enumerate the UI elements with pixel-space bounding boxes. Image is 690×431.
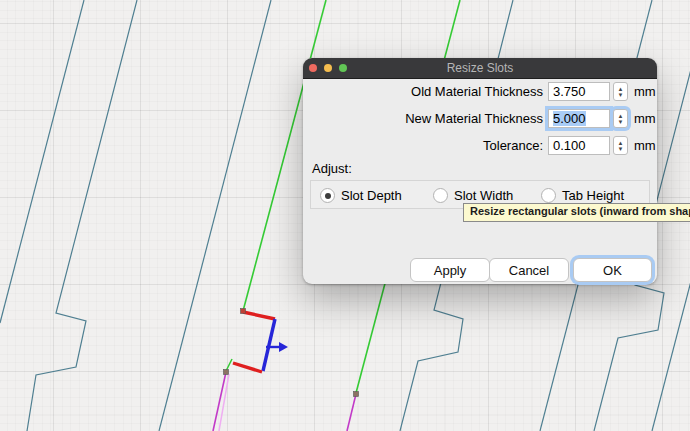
node-handle-1[interactable]	[224, 370, 229, 375]
adjust-label: Adjust:	[312, 161, 352, 176]
tolerance-label: Tolerance:	[303, 138, 543, 153]
panel-edge-3[interactable]	[159, 0, 271, 431]
resize-slots-dialog: Resize Slots Old Material Thickness 3.75…	[303, 58, 657, 284]
cancel-button[interactable]: Cancel	[489, 258, 569, 282]
stepper-down-icon[interactable]: ▼	[618, 92, 624, 98]
node-handle-2[interactable]	[354, 392, 359, 397]
radio-tab-height-label: Tab Height	[562, 188, 624, 203]
dialog-title: Resize Slots	[303, 58, 657, 78]
ok-button[interactable]: OK	[573, 258, 652, 282]
node-handle-red[interactable]	[241, 309, 246, 314]
old-thickness-label: Old Material Thickness	[303, 84, 543, 99]
old-thickness-unit: mm	[634, 84, 656, 99]
radio-tab-height[interactable]: Tab Height	[541, 188, 624, 203]
panel-edge-2[interactable]	[27, 0, 137, 431]
magenta-path-2[interactable]	[347, 394, 356, 431]
zoom-button[interactable]	[339, 64, 347, 72]
radio-slot-depth[interactable]: Slot Depth	[320, 188, 402, 203]
old-thickness-stepper[interactable]: ▲ ▼	[613, 82, 628, 101]
new-thickness-unit: mm	[634, 111, 656, 126]
new-thickness-label: New Material Thickness	[303, 111, 543, 126]
tolerance-input[interactable]: 0.100	[548, 136, 610, 155]
slot-edge-side[interactable]	[263, 319, 275, 371]
radio-slot-depth-label: Slot Depth	[341, 188, 402, 203]
new-thickness-stepper[interactable]: ▲ ▼	[613, 109, 628, 128]
minimize-button[interactable]	[324, 64, 332, 72]
old-thickness-input[interactable]: 3.750	[548, 82, 610, 101]
slot-edge-bottom[interactable]	[233, 363, 262, 372]
slot-edge-top[interactable]	[243, 312, 275, 319]
tolerance-stepper[interactable]: ▲ ▼	[613, 136, 628, 155]
tolerance-unit: mm	[634, 138, 656, 153]
old-thickness-value: 3.750	[553, 84, 586, 99]
dialog-titlebar[interactable]: Resize Slots	[303, 58, 657, 79]
radio-button-icon[interactable]	[320, 188, 335, 203]
radio-button-icon[interactable]	[433, 188, 448, 203]
radio-slot-width[interactable]: Slot Width	[433, 188, 513, 203]
tooltip: Resize rectangular slots (inward from sh…	[463, 203, 690, 222]
close-button[interactable]	[309, 64, 317, 72]
panel-edge-1[interactable]	[0, 0, 84, 323]
radio-slot-width-label: Slot Width	[454, 188, 513, 203]
apply-button[interactable]: Apply	[410, 258, 490, 282]
new-thickness-value: 5.000	[553, 111, 586, 126]
tolerance-value: 0.100	[553, 138, 586, 153]
stepper-down-icon[interactable]: ▼	[618, 119, 624, 125]
radio-button-icon[interactable]	[541, 188, 556, 203]
direction-arrow-head	[279, 342, 288, 352]
application-window: Resize Slots Old Material Thickness 3.75…	[0, 0, 690, 431]
new-thickness-input[interactable]: 5.000	[548, 109, 610, 128]
stepper-down-icon[interactable]: ▼	[618, 146, 624, 152]
